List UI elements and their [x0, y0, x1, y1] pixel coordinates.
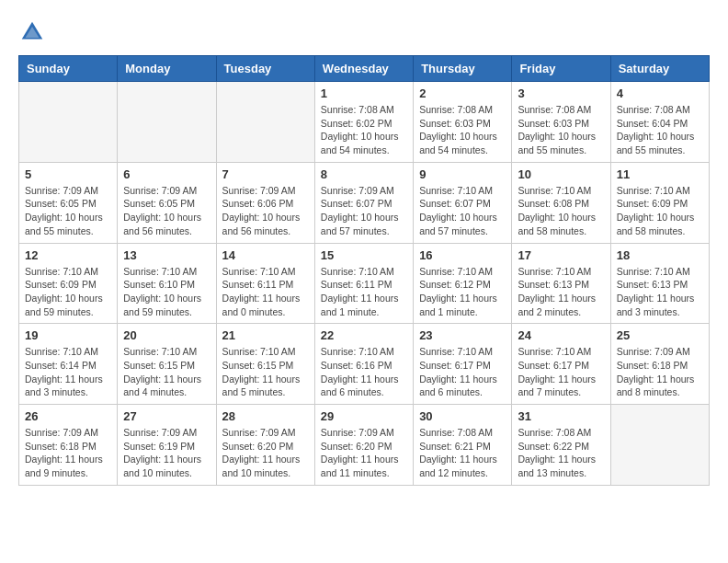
- day-number: 5: [25, 167, 111, 181]
- day-number: 11: [617, 167, 703, 181]
- calendar-table: SundayMondayTuesdayWednesdayThursdayFrid…: [18, 55, 710, 486]
- day-number: 21: [222, 328, 309, 342]
- day-info: Sunrise: 7:10 AM Sunset: 6:12 PM Dayligh…: [419, 265, 506, 319]
- calendar-cell: 30Sunrise: 7:08 AM Sunset: 6:21 PM Dayli…: [414, 405, 512, 486]
- day-number: 6: [123, 167, 210, 181]
- day-info: Sunrise: 7:10 AM Sunset: 6:15 PM Dayligh…: [222, 345, 309, 399]
- day-number: 17: [518, 248, 604, 262]
- day-info: Sunrise: 7:10 AM Sunset: 6:17 PM Dayligh…: [518, 345, 604, 399]
- day-header-saturday: Saturday: [610, 56, 709, 82]
- calendar-cell: [610, 405, 709, 486]
- calendar-cell: 18Sunrise: 7:10 AM Sunset: 6:13 PM Dayli…: [610, 243, 709, 324]
- calendar-cell: 6Sunrise: 7:09 AM Sunset: 6:05 PM Daylig…: [118, 162, 216, 243]
- logo: [18, 18, 50, 46]
- day-header-sunday: Sunday: [19, 56, 118, 82]
- day-info: Sunrise: 7:10 AM Sunset: 6:09 PM Dayligh…: [617, 184, 703, 238]
- day-number: 4: [617, 86, 703, 100]
- day-number: 1: [321, 86, 407, 100]
- calendar-cell: 21Sunrise: 7:10 AM Sunset: 6:15 PM Dayli…: [216, 324, 314, 405]
- day-number: 15: [321, 248, 407, 262]
- day-info: Sunrise: 7:08 AM Sunset: 6:03 PM Dayligh…: [419, 103, 506, 157]
- day-number: 8: [321, 167, 407, 181]
- calendar-cell: [19, 82, 118, 163]
- day-number: 31: [518, 409, 604, 423]
- day-number: 23: [419, 328, 506, 342]
- calendar-cell: 28Sunrise: 7:09 AM Sunset: 6:20 PM Dayli…: [216, 405, 314, 486]
- calendar-cell: 22Sunrise: 7:10 AM Sunset: 6:16 PM Dayli…: [314, 324, 413, 405]
- day-number: 26: [25, 409, 111, 423]
- day-header-wednesday: Wednesday: [314, 56, 413, 82]
- logo-icon: [18, 18, 46, 46]
- day-info: Sunrise: 7:10 AM Sunset: 6:17 PM Dayligh…: [419, 345, 506, 399]
- day-number: 3: [518, 86, 604, 100]
- calendar-cell: 13Sunrise: 7:10 AM Sunset: 6:10 PM Dayli…: [118, 243, 216, 324]
- week-row-1: 1Sunrise: 7:08 AM Sunset: 6:02 PM Daylig…: [19, 82, 710, 163]
- calendar-cell: 5Sunrise: 7:09 AM Sunset: 6:05 PM Daylig…: [19, 162, 118, 243]
- calendar-cell: 27Sunrise: 7:09 AM Sunset: 6:19 PM Dayli…: [118, 405, 216, 486]
- calendar-cell: 19Sunrise: 7:10 AM Sunset: 6:14 PM Dayli…: [19, 324, 118, 405]
- calendar-cell: 23Sunrise: 7:10 AM Sunset: 6:17 PM Dayli…: [414, 324, 512, 405]
- day-info: Sunrise: 7:10 AM Sunset: 6:09 PM Dayligh…: [25, 265, 111, 319]
- day-number: 20: [123, 328, 210, 342]
- day-info: Sunrise: 7:09 AM Sunset: 6:05 PM Dayligh…: [25, 184, 111, 238]
- calendar-cell: 12Sunrise: 7:10 AM Sunset: 6:09 PM Dayli…: [19, 243, 118, 324]
- calendar-cell: 10Sunrise: 7:10 AM Sunset: 6:08 PM Dayli…: [512, 162, 610, 243]
- day-info: Sunrise: 7:10 AM Sunset: 6:15 PM Dayligh…: [123, 345, 210, 399]
- calendar-cell: 20Sunrise: 7:10 AM Sunset: 6:15 PM Dayli…: [118, 324, 216, 405]
- calendar-cell: 24Sunrise: 7:10 AM Sunset: 6:17 PM Dayli…: [512, 324, 610, 405]
- day-header-tuesday: Tuesday: [216, 56, 314, 82]
- calendar-cell: 29Sunrise: 7:09 AM Sunset: 6:20 PM Dayli…: [314, 405, 413, 486]
- day-info: Sunrise: 7:09 AM Sunset: 6:20 PM Dayligh…: [321, 426, 407, 480]
- day-number: 22: [321, 328, 407, 342]
- day-number: 16: [419, 248, 506, 262]
- day-number: 30: [419, 409, 506, 423]
- day-number: 27: [123, 409, 210, 423]
- day-number: 28: [222, 409, 309, 423]
- day-number: 29: [321, 409, 407, 423]
- days-header-row: SundayMondayTuesdayWednesdayThursdayFrid…: [19, 56, 710, 82]
- day-info: Sunrise: 7:08 AM Sunset: 6:21 PM Dayligh…: [419, 426, 506, 480]
- calendar-cell: 8Sunrise: 7:09 AM Sunset: 6:07 PM Daylig…: [314, 162, 413, 243]
- day-number: 2: [419, 86, 506, 100]
- day-info: Sunrise: 7:10 AM Sunset: 6:14 PM Dayligh…: [25, 345, 111, 399]
- calendar-cell: 14Sunrise: 7:10 AM Sunset: 6:11 PM Dayli…: [216, 243, 314, 324]
- calendar-cell: 4Sunrise: 7:08 AM Sunset: 6:04 PM Daylig…: [610, 82, 709, 163]
- day-info: Sunrise: 7:09 AM Sunset: 6:05 PM Dayligh…: [123, 184, 210, 238]
- day-info: Sunrise: 7:09 AM Sunset: 6:20 PM Dayligh…: [222, 426, 309, 480]
- day-info: Sunrise: 7:10 AM Sunset: 6:11 PM Dayligh…: [321, 265, 407, 319]
- week-row-5: 26Sunrise: 7:09 AM Sunset: 6:18 PM Dayli…: [19, 405, 710, 486]
- day-info: Sunrise: 7:08 AM Sunset: 6:02 PM Dayligh…: [321, 103, 407, 157]
- day-number: 18: [617, 248, 703, 262]
- day-info: Sunrise: 7:10 AM Sunset: 6:16 PM Dayligh…: [321, 345, 407, 399]
- day-info: Sunrise: 7:10 AM Sunset: 6:07 PM Dayligh…: [419, 184, 506, 238]
- day-info: Sunrise: 7:08 AM Sunset: 6:03 PM Dayligh…: [518, 103, 604, 157]
- calendar-cell: [216, 82, 314, 163]
- day-info: Sunrise: 7:10 AM Sunset: 6:11 PM Dayligh…: [222, 265, 309, 319]
- calendar-cell: 11Sunrise: 7:10 AM Sunset: 6:09 PM Dayli…: [610, 162, 709, 243]
- day-info: Sunrise: 7:10 AM Sunset: 6:10 PM Dayligh…: [123, 265, 210, 319]
- day-number: 12: [25, 248, 111, 262]
- day-number: 25: [617, 328, 703, 342]
- calendar-cell: 17Sunrise: 7:10 AM Sunset: 6:13 PM Dayli…: [512, 243, 610, 324]
- calendar-cell: 31Sunrise: 7:08 AM Sunset: 6:22 PM Dayli…: [512, 405, 610, 486]
- day-info: Sunrise: 7:08 AM Sunset: 6:22 PM Dayligh…: [518, 426, 604, 480]
- calendar-cell: 2Sunrise: 7:08 AM Sunset: 6:03 PM Daylig…: [414, 82, 512, 163]
- day-info: Sunrise: 7:08 AM Sunset: 6:04 PM Dayligh…: [617, 103, 703, 157]
- calendar-cell: 3Sunrise: 7:08 AM Sunset: 6:03 PM Daylig…: [512, 82, 610, 163]
- calendar-cell: 9Sunrise: 7:10 AM Sunset: 6:07 PM Daylig…: [414, 162, 512, 243]
- day-info: Sunrise: 7:09 AM Sunset: 6:18 PM Dayligh…: [25, 426, 111, 480]
- day-info: Sunrise: 7:10 AM Sunset: 6:08 PM Dayligh…: [518, 184, 604, 238]
- day-number: 10: [518, 167, 604, 181]
- calendar-cell: 1Sunrise: 7:08 AM Sunset: 6:02 PM Daylig…: [314, 82, 413, 163]
- day-info: Sunrise: 7:09 AM Sunset: 6:06 PM Dayligh…: [222, 184, 309, 238]
- day-number: 24: [518, 328, 604, 342]
- day-info: Sunrise: 7:10 AM Sunset: 6:13 PM Dayligh…: [617, 265, 703, 319]
- day-header-thursday: Thursday: [414, 56, 512, 82]
- calendar-cell: 25Sunrise: 7:09 AM Sunset: 6:18 PM Dayli…: [610, 324, 709, 405]
- week-row-3: 12Sunrise: 7:10 AM Sunset: 6:09 PM Dayli…: [19, 243, 710, 324]
- page-header: [18, 18, 710, 46]
- day-number: 14: [222, 248, 309, 262]
- day-number: 13: [123, 248, 210, 262]
- day-info: Sunrise: 7:09 AM Sunset: 6:18 PM Dayligh…: [617, 345, 703, 399]
- calendar-cell: 7Sunrise: 7:09 AM Sunset: 6:06 PM Daylig…: [216, 162, 314, 243]
